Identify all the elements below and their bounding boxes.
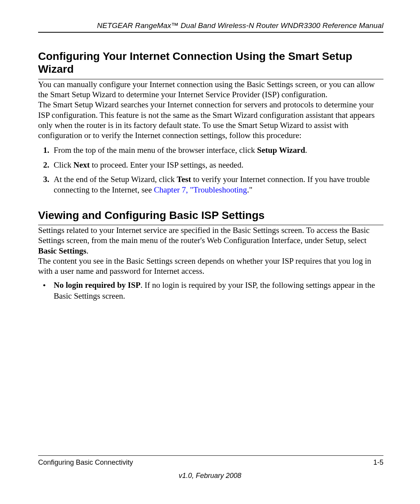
text: . <box>86 246 88 256</box>
footer-version: v1.0, February 2008 <box>0 471 420 480</box>
bold-text: Next <box>74 160 90 170</box>
bullet-list: No login required by ISP. If no login is… <box>38 280 383 301</box>
text: Click <box>54 160 74 170</box>
bold-text: No login required by ISP <box>54 280 140 290</box>
crossref-link-troubleshooting[interactable]: Chapter 7, "Troubleshooting <box>154 185 247 194</box>
text: to proceed. Enter your ISP settings, as … <box>90 160 243 170</box>
paragraph: Settings related to your Internet servic… <box>38 225 383 256</box>
text: Settings related to your Internet servic… <box>38 226 369 245</box>
text: ." <box>247 185 252 194</box>
footer-page-number: 1-5 <box>373 458 383 467</box>
running-header: NETGEAR RangeMax™ Dual Band Wireless-N R… <box>38 21 383 33</box>
text: From the top of the main menu of the bro… <box>54 145 257 155</box>
bold-text: Basic Settings <box>38 246 86 256</box>
paragraph: You can manually configure your Internet… <box>38 79 383 100</box>
page-footer: Configuring Basic Connectivity 1-5 <box>38 455 383 467</box>
ordered-steps: From the top of the main menu of the bro… <box>38 145 383 195</box>
footer-chapter: Configuring Basic Connectivity <box>38 458 133 467</box>
section-heading-basic-isp: Viewing and Configuring Basic ISP Settin… <box>38 209 383 226</box>
manual-page: NETGEAR RangeMax™ Dual Band Wireless-N R… <box>0 0 420 504</box>
section-heading-smart-setup: Configuring Your Internet Connection Usi… <box>38 50 383 79</box>
bold-text: Test <box>177 175 191 184</box>
paragraph: The content you see in the Basic Setting… <box>38 256 383 276</box>
step-item: At the end of the Setup Wizard, click Te… <box>51 174 383 196</box>
step-item: Click Next to proceed. Enter your ISP se… <box>51 160 383 170</box>
text: At the end of the Setup Wizard, click <box>54 175 177 184</box>
step-item: From the top of the main menu of the bro… <box>51 145 383 156</box>
paragraph: The Smart Setup Wizard searches your Int… <box>38 100 383 140</box>
bold-text: Setup Wizard <box>257 145 305 155</box>
list-item: No login required by ISP. If no login is… <box>51 280 383 301</box>
text: . <box>305 145 307 155</box>
